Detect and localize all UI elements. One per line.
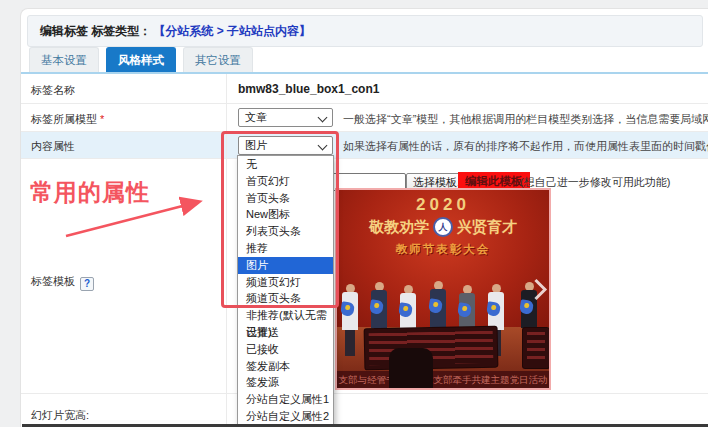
row-content-attribute: 内容属性 图片 如果选择有属性的话，原有的排序将不起作用，而使用属性表里面的时间… — [21, 132, 708, 159]
dropdown-option[interactable]: 已接收 — [238, 341, 333, 358]
help-icon[interactable]: ? — [80, 277, 94, 291]
model-select[interactable]: 文章 — [238, 108, 333, 127]
attribute-dropdown-list: 无首页幻灯首页头条New图标列表页头条推荐图片频道页幻灯频道页头条非推荐(默认无… — [237, 155, 334, 427]
dropdown-option[interactable]: New图标 — [238, 206, 333, 223]
tag-name-label: 标签名称 — [31, 83, 75, 98]
settings-tabs: 基本设置 风格样式 其它设置 — [29, 47, 260, 72]
tag-name-value: bmw83_blue_box1_con1 — [238, 82, 379, 96]
column-divider — [226, 74, 227, 427]
chevron-down-icon — [318, 113, 328, 123]
dropdown-option[interactable]: 频道页幻灯 — [238, 274, 333, 291]
panel-header: 编辑标签 标签类型： 【分站系统 > 子站站点内容】 — [27, 15, 703, 47]
required-asterisk: * — [100, 113, 104, 125]
photo-subtitle: 教师节表彰大会 — [337, 242, 549, 257]
dropdown-option[interactable]: 分站自定义属性1 — [238, 391, 333, 408]
tag-type-link[interactable]: 【分站系统 > 子站站点内容】 — [153, 23, 311, 40]
camera-silhouette — [389, 348, 433, 388]
row-slide-size: 幻灯片宽高: — [21, 393, 708, 427]
page: 编辑标签 标签类型： 【分站系统 > 子站站点内容】 基本设置 风格样式 其它设… — [0, 0, 708, 427]
attribute-select[interactable]: 图片 — [238, 136, 333, 155]
tab-other-settings[interactable]: 其它设置 — [183, 47, 253, 73]
dropdown-option[interactable]: 推荐 — [238, 240, 333, 257]
dropdown-option[interactable]: 签发源 — [238, 374, 333, 391]
dropdown-option[interactable]: 图片 — [238, 257, 333, 274]
dropdown-option[interactable]: 无 — [238, 156, 333, 173]
model-label: 标签所属模型* — [31, 112, 104, 127]
photo-title: 敬教劝学 人 兴贤育才 — [337, 217, 549, 237]
person-figure — [339, 284, 361, 356]
stage-screen-right — [523, 328, 549, 368]
photo-year-text: 2020 — [337, 195, 549, 215]
row-model: 标签所属模型* 文章 一般选择“文章”模型，其他根据调用的栏目模型类别选择，当信… — [21, 104, 708, 132]
page-title: 编辑标签 标签类型： — [40, 23, 151, 40]
dropdown-option[interactable]: 列表页头条 — [238, 223, 333, 240]
school-logo: 人 — [433, 217, 453, 237]
dropdown-option[interactable]: 频道页头条 — [238, 290, 333, 307]
template-preview-image[interactable]: 2020 敬教劝学 人 兴贤育才 教师节表彰大会 支部与经管书院教工党支部牵手共… — [335, 188, 551, 390]
dropdown-option[interactable]: 非推荐(默认无需设置) — [238, 307, 333, 324]
template-label: 标签模板? — [31, 274, 94, 291]
annotation-text: 常用的属性 — [30, 177, 150, 208]
attribute-hint: 如果选择有属性的话，原有的排序将不起作用，而使用属性表里面的时间戳作为排序条件 — [343, 139, 708, 154]
dropdown-option[interactable]: 首页幻灯 — [238, 173, 333, 190]
chevron-down-icon — [318, 141, 328, 151]
tab-basic-settings[interactable]: 基本设置 — [29, 47, 99, 73]
dropdown-option[interactable]: 首页头条 — [238, 190, 333, 207]
carousel-next-icon[interactable] — [526, 274, 546, 304]
model-hint: 一般选择“文章”模型，其他根据调用的栏目模型类别选择，当信息需要局域网访问时必选 — [343, 112, 708, 127]
photo-caption: 支部与经管书院教工党支部牵手共建主题党日活动 — [337, 371, 549, 388]
attribute-label: 内容属性 — [31, 139, 75, 154]
dropdown-option[interactable]: 分站自定义属性2 — [238, 408, 333, 425]
row-tag-name: 标签名称 bmw83_blue_box1_con1 — [21, 74, 708, 104]
dropdown-option[interactable]: 签发副本 — [238, 358, 333, 375]
tab-style-settings[interactable]: 风格样式 — [106, 47, 176, 73]
dropdown-option[interactable]: 已推送 — [238, 324, 333, 341]
slide-size-label: 幻灯片宽高: — [31, 408, 89, 423]
